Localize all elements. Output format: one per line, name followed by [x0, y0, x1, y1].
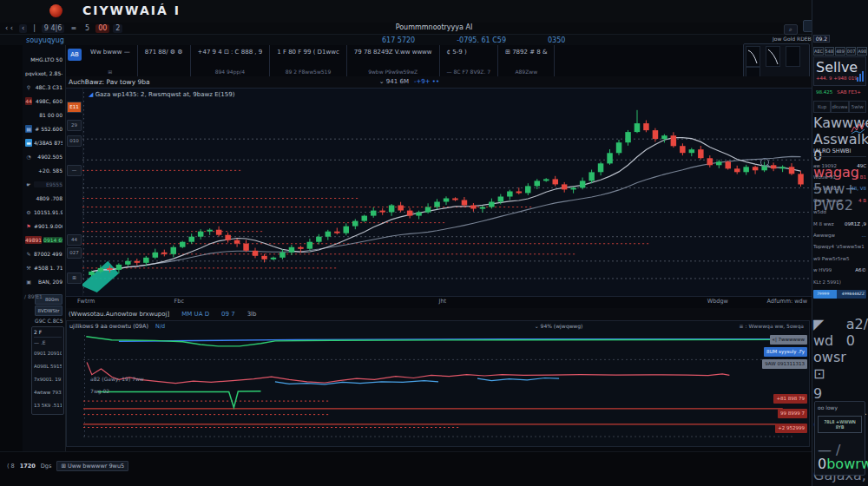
toolbar-group[interactable]: 871 88/ ⚙ ⚙ — [138, 45, 191, 76]
chart-thumbnail[interactable] — [746, 46, 760, 67]
toolbar-group[interactable]: ⊞ 7892 # 8 & A89Zww — [498, 45, 555, 76]
toolbar-group[interactable]: 1 F 80 F 99 ( D1wwc 89 2 F8ww5w519 — [270, 45, 347, 76]
nav-control[interactable]: ≡ — [68, 24, 79, 33]
zoom-preset-button[interactable]: 8VDWStr — [35, 305, 62, 316]
nav-control[interactable]: 2 — [113, 24, 122, 33]
order-qty[interactable]: 0 — [818, 456, 826, 472]
progress-bar[interactable]: 79999 4998448ZZ — [813, 290, 866, 299]
axis-label: Fwtrm — [77, 298, 95, 305]
indicator-svg[interactable]: a82 (Gawy, 19) 7ww7wg 02 — [83, 333, 793, 441]
watchlist-row[interactable]: ▤ # 552.600 — [23, 122, 65, 135]
right-panel-tab[interactable]: dkuwa — [831, 101, 848, 113]
kv-row: M 8 wwz 09R1Z ,9 — [813, 218, 866, 229]
magnifier-icon[interactable] — [760, 158, 769, 167]
watchlist-row[interactable]: ⚒ #508 1. 717 — [23, 260, 65, 274]
indicator-link[interactable]: N/d — [155, 323, 165, 330]
timeframe-chip[interactable]: 4894 — [835, 47, 845, 56]
watchlist-row[interactable]: 44 498C, 600 — [23, 94, 65, 108]
toolbar-group[interactable]: ¢ 5-9 ) — 8C F7 8V9Z. 7 — [440, 45, 498, 76]
mini-chart-widget[interactable]: #M 923 95 1 · .4 05 4#M — [743, 43, 810, 80]
indicator-panel[interactable]: ujilikows 9 aa owowtu (09A) N/d ⌄ 94% (w… — [66, 320, 810, 447]
status-count: 1720 — [20, 463, 36, 470]
watchlist-row[interactable]: ⚲ 48C.3 C31 — [23, 80, 65, 94]
toolbar-group[interactable]: Ww bwww — ⊞ — [83, 45, 138, 76]
watchlist-row[interactable]: 4809 .708 — [23, 191, 65, 205]
mini-panel-row[interactable]: 0901 20910 — [34, 347, 62, 360]
watchlist-row[interactable]: ⚙ 10151.91.906 — [23, 205, 65, 219]
watchlist-row[interactable]: ✎ 87002 499508M — [23, 246, 65, 260]
rail-button[interactable]: 44 — [67, 234, 82, 246]
right-panel-tab[interactable]: 5wlw — [849, 101, 866, 113]
account-meta: Jow Gold RDEB 09.2 — [743, 36, 830, 42]
rail-button[interactable]: 29 — [67, 120, 82, 131]
toolbar-group[interactable]: 79 78 8249Z V.ww wwww 9wbw P9w9w59wZ — [347, 45, 440, 76]
search-icon[interactable]: ⌕ — [784, 24, 798, 35]
mini-panel-row[interactable]: A098L 5915 — [34, 360, 62, 373]
row-value: pqvkxot, 2.85-% — [25, 70, 62, 76]
nav-control[interactable]: 00 — [95, 24, 109, 33]
progress-right-label: 4998448ZZ — [842, 292, 865, 296]
order-card-box[interactable]: 78L8 +WWWN 8YB — [818, 416, 862, 433]
rail-button[interactable]: 027 — [67, 247, 82, 259]
quote-card[interactable]: Sellve +44. 9 +948 019 98.425 SAB FE3+ — [813, 56, 866, 86]
row-icon: ▣ — [25, 278, 32, 286]
chart-toolbar: AB Ww bwww — ⊞ 871 88/ ⚙ ⚙ +47 9 4 ⊡ : — [66, 45, 743, 76]
time-axis[interactable]: FwtrmFbcJhtWbdgw — [66, 296, 812, 307]
quote-card-price: 98.425 — [816, 89, 832, 95]
toolbar-group[interactable]: +47 9 4 ⊡ : C 888 , 9 894 94pp/4 — [191, 45, 271, 76]
watchlist-row[interactable]: ⚑ #901.9.006 — [23, 219, 65, 233]
watchlist-row[interactable]: +20. 585 — [23, 163, 65, 177]
timeframe-chip[interactable]: 007a — [846, 47, 857, 56]
symbol-chip[interactable]: AB — [68, 49, 82, 61]
rail-button[interactable]: E11 — [67, 102, 82, 113]
watchlist-row[interactable]: ◔ 4902.505 — [23, 149, 65, 163]
rail-button[interactable]: 010 — [67, 135, 82, 147]
watchlist-row[interactable]: MHG.LTO 50 — [23, 52, 65, 66]
kv-value: 4 B1 — [855, 174, 866, 180]
nav-control[interactable]: ‹ ‹ — [3, 24, 16, 33]
symbol-name[interactable]: souyuqyug — [26, 36, 64, 44]
mini-panel-row[interactable]: 4wtww 7935 — [34, 386, 62, 399]
toolbar-group-sublabel: 9wbw P9w9w59wZ — [354, 69, 432, 75]
watchlist-row[interactable]: 81 00 00 — [23, 108, 65, 122]
indicator-param[interactable]: 09 7 — [221, 311, 235, 318]
timeframe-chip[interactable]: A98 — [857, 47, 867, 56]
order-entry-card[interactable]: oo lowy 78L8 +WWWN 8YB — / 0 bowrw — [814, 401, 865, 476]
nav-control[interactable]: ‹ — [19, 24, 27, 33]
indicator-title[interactable]: (Wwwsotau.Aunowtow brxwupoj] — [69, 311, 169, 318]
mini-panel-row[interactable]: 13 5K9 .5115 — [34, 399, 62, 412]
timeframe-chips: AEC54814894007aA98 — [813, 47, 867, 56]
row-value: E9555 — [34, 181, 62, 187]
candles-svg[interactable] — [82, 89, 810, 296]
nav-control[interactable]: | — [30, 24, 38, 33]
kv-key: KLt 2 5991) — [813, 279, 841, 285]
mini-panel-row[interactable]: 7x9001. 1913 — [34, 373, 62, 386]
rail-button[interactable]: ⊞ — [67, 273, 82, 284]
watchlist-row[interactable]: 49891 0914 69.5B — [23, 233, 65, 246]
indicator-header: (Wwwsotau.Aunowtow brxwupoj] MM UA D09 7… — [66, 308, 812, 320]
kv-row: w5dd — [813, 207, 866, 218]
watchlist-row[interactable]: pqvkxot, 2.85-% — [23, 66, 65, 80]
rail-button[interactable]: — — [67, 165, 82, 176]
chart-thumbnail[interactable] — [766, 46, 780, 67]
nav-control[interactable]: 5 — [82, 24, 92, 33]
timeframe-chip[interactable]: 5481 — [825, 47, 835, 56]
kv-row: KLt 2 5991) — [813, 276, 866, 287]
watchlist-row[interactable]: ▣ BAN, 209 — [23, 274, 65, 288]
chart-header-mid: ⌄ 941 6M-+9+ •• — [379, 78, 439, 85]
indicator-right-label[interactable]: ≡ : Wwwwqa ww, 5owqa — [740, 323, 804, 329]
watchlist-row[interactable]: ▬ 4/38A5 875-500 — [23, 135, 65, 149]
indicator-param[interactable]: MM UA D — [181, 311, 209, 318]
indicator-tail: 3lb — [247, 311, 257, 318]
candlestick-chart[interactable]: E1129010—44027⊞ ◢ Gaza wp1435: 2, Rwsmqw… — [66, 88, 812, 297]
chart-thumbnail[interactable] — [786, 46, 800, 67]
nav-control[interactable]: 9 4|6 — [42, 24, 65, 33]
status-badge-button[interactable]: ⊞ Uww bwwwwr 9wu5 — [56, 461, 128, 471]
order-submit[interactable]: bowrw — [826, 456, 868, 472]
timeframe-chip[interactable]: AEC — [813, 47, 824, 56]
orders-header[interactable]: ◤ wd owsr ⊡ — [813, 316, 846, 382]
right-panel-tab[interactable]: Kup — [813, 101, 831, 113]
watchlist-row[interactable]: ☛ E9555 — [23, 177, 65, 191]
main-content: AB Ww bwww — ⊞ 871 88/ ⚙ ⚙ +47 9 4 ⊡ : — [66, 45, 812, 451]
indicator-sub-title[interactable]: ujilikows 9 aa owowtu (09A) — [69, 323, 148, 330]
